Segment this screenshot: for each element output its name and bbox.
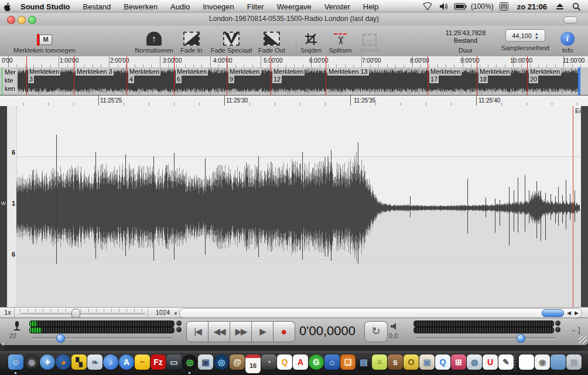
- toolbar-toggle-widget[interactable]: [563, 16, 577, 23]
- battery-icon[interactable]: [453, 0, 467, 13]
- samplerate-stepper[interactable]: 44,100 ▲▼: [505, 29, 545, 42]
- menu-invoegen[interactable]: Invoegen: [196, 0, 241, 13]
- rewind-button[interactable]: ◀◀: [208, 321, 230, 342]
- dock-item-sync-app[interactable]: ◎: [214, 354, 229, 370]
- overview-ruler[interactable]: 0'001:00'002:00'003:00'004:00'005:00'006…: [0, 56, 588, 68]
- dock-item-magnet-app[interactable]: U: [483, 354, 498, 370]
- info-button[interactable]: i Info: [558, 28, 577, 54]
- marker-line[interactable]: [271, 56, 271, 95]
- battery-percent[interactable]: (100%): [470, 0, 495, 13]
- dock-item-film-strip-app[interactable]: ▤: [356, 354, 371, 370]
- dock-item-quicktime-orange[interactable]: Q: [277, 354, 292, 370]
- dock-item-itunes[interactable]: ♪: [103, 354, 118, 370]
- input-volume-thumb[interactable]: [56, 334, 65, 343]
- zoom-slider-track[interactable]: [20, 313, 145, 315]
- airport-icon[interactable]: [421, 0, 435, 13]
- dock-item-acrobat-reader[interactable]: A: [293, 354, 308, 370]
- overview-strip[interactable]: Merkteken3Merkteken 3Merkteken4Merkteken…: [0, 67, 588, 96]
- marker-label[interactable]: Merkteken6: [176, 68, 208, 83]
- menu-app[interactable]: Sound Studio: [14, 0, 76, 13]
- record-button[interactable]: ●: [274, 321, 295, 342]
- go-to-start-button[interactable]: |◀: [186, 321, 208, 342]
- marker-line[interactable]: [174, 56, 175, 95]
- stepper-arrows-icon[interactable]: ▲▼: [535, 32, 539, 40]
- marker-line[interactable]: [227, 56, 227, 95]
- dock-item-filezilla[interactable]: Fz: [151, 354, 166, 370]
- dock-item-firefox[interactable]: ◕: [56, 354, 71, 370]
- loop-button[interactable]: ↻: [364, 321, 388, 342]
- dock-item-quicktime-blue[interactable]: Q: [435, 354, 450, 370]
- add-marker-button[interactable]: M Merkteken toevoegen: [10, 28, 79, 54]
- normalize-button[interactable]: ↑ Normaliseren: [134, 28, 175, 54]
- dock-item-layers-app[interactable]: ❏: [340, 354, 355, 370]
- menu-filter[interactable]: Filter: [241, 0, 271, 13]
- fade-special-button[interactable]: Fade Speciaal: [208, 28, 255, 54]
- zoom-slider-thumb[interactable]: [71, 309, 80, 318]
- dock-item-remote-display-app[interactable]: ▭: [166, 354, 182, 370]
- monitor-return-icon[interactable]: ←]: [570, 325, 580, 334]
- dock-item-textedit[interactable]: ✎: [498, 354, 514, 370]
- output-volume-thumb[interactable]: [517, 334, 525, 343]
- dock-item-photo-disc-app[interactable]: ◍: [467, 354, 482, 370]
- dock-item-squirrel-app[interactable]: s: [388, 354, 403, 370]
- position-bar[interactable]: [578, 67, 580, 95]
- dock-item-address-book[interactable]: @: [230, 354, 245, 370]
- menu-venster[interactable]: Venster: [318, 0, 357, 13]
- dock-item-safari[interactable]: ✦: [40, 354, 55, 370]
- marker-label[interactable]: Merkteken 3: [76, 68, 114, 76]
- dock-item-finder[interactable]: ☺: [8, 354, 23, 370]
- dock-item-trash[interactable]: ▦: [566, 354, 582, 370]
- marker-line[interactable]: [326, 56, 326, 95]
- marker-label[interactable]: Merkteken 13: [327, 68, 369, 76]
- crop-button[interactable]: Snijden: [298, 28, 324, 54]
- end-marker-line[interactable]: [573, 106, 573, 307]
- dock-item-stickies[interactable]: ≡: [372, 354, 387, 370]
- dock-item-photo-frame-app[interactable]: ▣: [419, 354, 435, 370]
- output-meter-knob-right[interactable]: [555, 327, 560, 332]
- dock-item-document[interactable]: [519, 354, 534, 370]
- marker-label[interactable]: Merkteken12: [272, 68, 305, 83]
- dock-item-mail-bird-app[interactable]: ❧: [87, 354, 102, 370]
- apple-menu[interactable]: [0, 0, 14, 13]
- dock-item-find-app[interactable]: O: [404, 354, 419, 370]
- scroll-right-arrow[interactable]: ▶: [575, 310, 579, 316]
- main-waveform[interactable]: [16, 106, 580, 307]
- play-button[interactable]: ▶: [252, 321, 274, 342]
- horizontal-scrollbar[interactable]: ◀ ▶: [179, 308, 582, 318]
- marker-line[interactable]: [127, 56, 127, 95]
- scrollbar-thumb[interactable]: [542, 309, 564, 317]
- marker-line[interactable]: [26, 56, 27, 95]
- dock-item-app-store[interactable]: A: [119, 354, 134, 370]
- marker-line[interactable]: [477, 56, 477, 95]
- dock-item-folder[interactable]: [551, 354, 566, 370]
- dock-item-g-download-app[interactable]: G: [309, 354, 324, 370]
- dock-item-g-house-app[interactable]: ⌂: [324, 354, 340, 370]
- fade-in-button[interactable]: Fade In: [179, 28, 204, 54]
- dock-item-ical[interactable]: 16: [245, 354, 261, 373]
- output-meter-knob-left[interactable]: [555, 321, 560, 326]
- resize-grip[interactable]: [579, 336, 587, 344]
- volume-icon[interactable]: [437, 0, 451, 13]
- resolution-dropdown-icon[interactable]: ▼: [173, 311, 178, 316]
- marker-label[interactable]: Merkteken20: [529, 68, 561, 83]
- marker-label[interactable]: Merkteken9: [228, 68, 261, 83]
- marker-label[interactable]: Merkteken4: [128, 68, 160, 83]
- input-meter-knob-left[interactable]: [176, 321, 182, 326]
- menu-help[interactable]: Help: [357, 0, 385, 13]
- start-marker-label[interactable]: Merkteken: [4, 68, 17, 93]
- marker-label[interactable]: Merkteken3: [28, 68, 60, 83]
- marker-label[interactable]: Merkteken17: [429, 68, 461, 83]
- keyboard-input-icon[interactable]: [497, 0, 511, 13]
- menu-bewerken[interactable]: Bewerken: [117, 0, 164, 13]
- fade-out-button[interactable]: Fade Out: [258, 28, 286, 54]
- split-button[interactable]: ✂ Splitsen: [327, 28, 354, 54]
- marker-line[interactable]: [527, 56, 528, 95]
- title-bar[interactable]: London-19670814-0535-1500-Radio London (…: [0, 13, 588, 26]
- dock-item-sound-studio[interactable]: ◎: [182, 354, 197, 370]
- dock-item-dashboard[interactable]: ◉: [24, 354, 39, 370]
- dock-item-film-reel[interactable]: ◉: [535, 354, 550, 370]
- playhead-line[interactable]: [2, 67, 2, 95]
- dock-item-photo-box-app[interactable]: ▣: [198, 354, 213, 370]
- marker-label[interactable]: Merkteken18: [478, 68, 511, 83]
- spotlight-icon[interactable]: [569, 0, 583, 13]
